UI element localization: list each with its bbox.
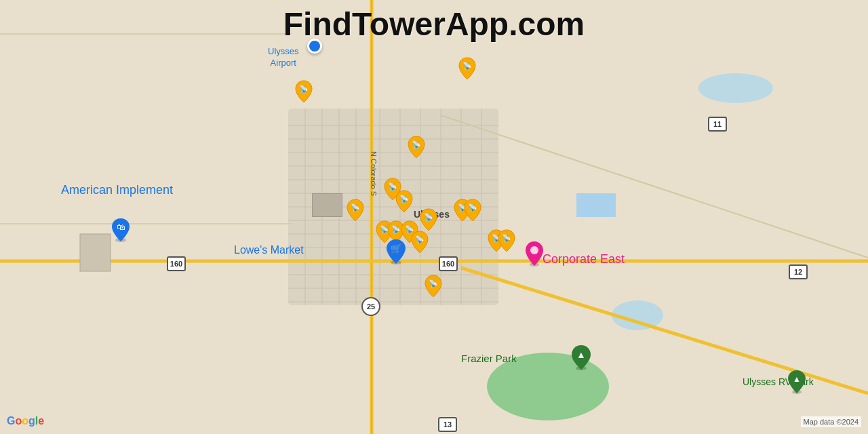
- highway-160-left-sign: 160: [167, 256, 186, 271]
- svg-point-42: [530, 246, 538, 254]
- svg-text:📡: 📡: [399, 194, 409, 203]
- american-implement-label: American Implement: [61, 183, 173, 197]
- rv-park-icon: ▲: [787, 370, 807, 397]
- corporate-east-label: Corporate East: [542, 252, 625, 267]
- tower-marker-5[interactable]: 📡: [395, 190, 414, 216]
- lowes-pin: 🛒: [385, 239, 407, 267]
- svg-text:📡: 📡: [299, 84, 309, 94]
- highway-160-right-sign: 160: [439, 256, 458, 271]
- svg-rect-36: [80, 234, 111, 271]
- american-implement-pin: 🛍: [110, 217, 132, 245]
- tower-marker-15[interactable]: 📡: [497, 229, 516, 255]
- svg-text:🛒: 🛒: [391, 243, 402, 254]
- highway-25-sign: 25: [361, 297, 380, 316]
- corporate-east-pin: [524, 241, 545, 269]
- svg-text:📡: 📡: [391, 224, 401, 234]
- frazier-park-icon: ▲: [570, 344, 593, 373]
- highway-13-sign: 13: [438, 417, 457, 432]
- google-o1: o: [15, 415, 22, 427]
- map-title: FindTowerApp.com: [283, 5, 585, 43]
- building-block: [312, 193, 342, 217]
- tower-marker-16[interactable]: 📡: [424, 275, 443, 300]
- tower-marker-3[interactable]: 📡: [407, 136, 426, 161]
- svg-text:📡: 📡: [468, 203, 477, 212]
- tower-marker-13[interactable]: 📡: [463, 199, 482, 224]
- google-g2: g: [28, 415, 35, 427]
- lowes-market-label: Lowe's Market: [234, 244, 304, 256]
- svg-text:▲: ▲: [793, 374, 801, 384]
- tower-marker-6[interactable]: 📡: [346, 199, 365, 224]
- svg-point-1: [698, 73, 773, 103]
- google-g1: G: [7, 415, 15, 427]
- svg-text:📡: 📡: [351, 203, 360, 212]
- svg-text:📡: 📡: [502, 233, 511, 243]
- tower-marker-1[interactable]: 📡: [294, 80, 313, 106]
- highway-11-sign: 11: [708, 117, 727, 132]
- google-e: e: [38, 415, 44, 427]
- ulysses-airport-label: UlyssesAirport: [268, 46, 299, 69]
- svg-text:📡: 📡: [412, 140, 421, 149]
- colorado-road-label: N Colorado S: [370, 151, 378, 196]
- svg-text:▲: ▲: [576, 349, 586, 360]
- svg-text:📡: 📡: [424, 212, 433, 222]
- svg-text:📡: 📡: [429, 279, 438, 288]
- highway-12-sign: 12: [789, 264, 808, 279]
- map-data-text: Map data ©2024: [801, 416, 862, 427]
- svg-text:📡: 📡: [415, 235, 425, 244]
- google-logo: Google: [7, 415, 44, 427]
- google-o2: o: [22, 415, 28, 427]
- frazier-park-label: Frazier Park: [461, 353, 517, 364]
- tower-marker-11[interactable]: 📡: [419, 208, 438, 234]
- svg-text:📡: 📡: [462, 61, 472, 71]
- blue-building: [576, 193, 616, 217]
- map-container: FindTowerApp.com UlyssesAirport American…: [0, 0, 868, 434]
- tower-marker-2[interactable]: 📡: [458, 57, 477, 83]
- tower-marker-10[interactable]: 📡: [410, 231, 429, 256]
- svg-text:🛍: 🛍: [117, 222, 125, 232]
